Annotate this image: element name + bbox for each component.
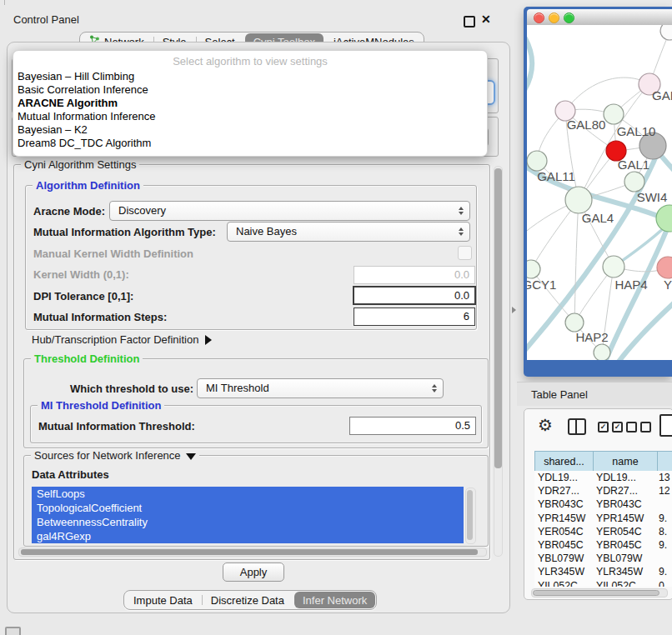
attribute-item-gal4rgexp[interactable]: gal4RGexp (32, 529, 464, 543)
cyni-algorithm-settings-title: Cyni Algorithm Settings (21, 158, 139, 171)
table-row[interactable]: YLR345WYLR345W9. (534, 565, 672, 578)
manual-kernel-width-checkbox[interactable] (458, 246, 472, 260)
which-threshold-select[interactable]: MI Threshold (197, 378, 444, 398)
close-traffic-light-icon[interactable] (534, 12, 544, 23)
tab-infer-network[interactable]: Infer Network (294, 592, 375, 608)
cell-value (657, 552, 671, 565)
select-all-icon[interactable]: ✓✓ (598, 422, 623, 432)
mi-threshold-input[interactable]: 0.5 (349, 417, 476, 435)
network-node-salmon[interactable] (657, 257, 672, 278)
mi-algorithm-type-label: Mutual Information Algorithm Type: (33, 226, 216, 238)
close-icon[interactable]: ✕ (481, 12, 491, 26)
sources-title[interactable]: Sources for Network Inference (31, 449, 199, 462)
table-row[interactable]: YIL052CYIL052C0. (534, 579, 672, 588)
cell-shared-name: YLR345W (534, 565, 593, 578)
collapsed-arrow-icon (205, 335, 212, 345)
node-label-gal11: GAL11 (537, 169, 575, 183)
which-threshold-label: Which threshold to use: (70, 382, 193, 395)
table-row[interactable]: YDR27...YDR27...12 (534, 484, 672, 498)
aracne-mode-select[interactable]: Discovery (109, 201, 470, 221)
table-hscrollbar-thumb[interactable] (533, 590, 659, 596)
cell-shared-name: YPR145W (534, 512, 593, 525)
table-row[interactable]: YBR043CYBR043C (534, 498, 672, 511)
column-header-shared-name[interactable]: shared... (535, 452, 594, 471)
attribute-item-selfloops[interactable]: SelfLoops (32, 487, 464, 501)
cell-shared-name: YER054C (534, 525, 593, 538)
table-row[interactable]: YER054CYER054C8. (534, 525, 672, 538)
combo-stepper-icon (459, 207, 464, 215)
network-node[interactable] (660, 25, 672, 40)
mi-steps-input[interactable]: 6 (354, 308, 475, 326)
split-columns-icon[interactable] (568, 418, 586, 435)
algorithm-definition-title: Algorithm Definition (33, 179, 143, 192)
node-label-swi4: SWI4 (637, 190, 668, 204)
cell-shared-name: YBR045C (534, 538, 593, 552)
zoom-traffic-light-icon[interactable] (564, 12, 574, 23)
gear-icon[interactable]: ⚙ (538, 416, 553, 434)
network-node-swi4[interactable] (624, 172, 644, 192)
node-label-hap2: HAP2 (575, 330, 608, 344)
expanded-arrow-icon (186, 453, 196, 460)
network-node-gal10[interactable] (604, 104, 624, 124)
cell-value: 0. (657, 579, 671, 588)
settings-scrollbar-thumb[interactable] (494, 168, 502, 468)
network-window-titlebar[interactable] (527, 9, 672, 26)
cell-name: YBR045C (593, 538, 657, 552)
network-node-green[interactable] (656, 205, 672, 232)
data-attributes-label: Data Attributes (32, 468, 109, 481)
table-row[interactable]: YPR145WYPR145W9. (534, 512, 672, 525)
cell-shared-name: YIL052C (534, 579, 593, 588)
network-node-gal4[interactable] (565, 187, 592, 213)
network-node-gal11[interactable] (527, 151, 547, 171)
table-row[interactable]: YBR045CYBR045C9. (534, 538, 672, 552)
node-label-y-partial: Y (664, 278, 672, 292)
dropdown-prompt: Select algorithm to view settings (13, 55, 487, 68)
settings-scrollbar[interactable] (494, 166, 503, 557)
dropdown-item-mutual-information[interactable]: Mutual Information Inference (17, 111, 484, 122)
tab-impute-data[interactable]: Impute Data (124, 591, 202, 609)
dropdown-item-basic-correlation[interactable]: Basic Correlation Inference (17, 84, 484, 96)
dropdown-item-bayesian-hill-climbing[interactable]: Bayesian – Hill Climbing (17, 71, 484, 82)
mi-algorithm-type-select[interactable]: Naive Bayes (227, 222, 470, 242)
sources-title-label: Sources for Network Inference (34, 449, 181, 462)
tab-discretize-data[interactable]: Discretize Data (202, 591, 293, 609)
settings-hscrollbar[interactable] (18, 548, 487, 557)
deselect-all-icon[interactable] (626, 422, 651, 432)
hub-definition-toggle[interactable]: Hub/Transcription Factor Definition (32, 333, 212, 346)
dpi-tolerance-input[interactable]: 0.0 (353, 286, 476, 305)
column-header-partial[interactable] (658, 452, 672, 471)
attributes-scrollbar-thumb[interactable] (467, 490, 473, 540)
network-node-bottom[interactable] (594, 344, 610, 360)
dropdown-item-bayesian-k2[interactable]: Bayesian – K2 (17, 124, 484, 136)
cell-value: 13 (657, 471, 671, 484)
hub-definition-label: Hub/Transcription Factor Definition (32, 333, 198, 346)
minimize-traffic-light-icon[interactable] (549, 12, 559, 23)
attribute-item-topologicalcoefficient[interactable]: TopologicalCoefficient (32, 501, 464, 515)
attribute-item-betweennesscentrality[interactable]: BetweennessCentrality (32, 515, 464, 529)
kernel-width-input[interactable]: 0.0 (354, 266, 475, 284)
table-hscrollbar[interactable] (531, 588, 668, 598)
table-row[interactable]: YBL079WYBL079W (534, 552, 672, 565)
cell-value: 12 (657, 484, 671, 498)
new-table-icon[interactable] (659, 414, 672, 437)
dropdown-item-aracne[interactable]: ARACNE Algorithm (17, 98, 484, 109)
column-header-name[interactable]: name (594, 452, 658, 471)
cell-value: 9. (657, 538, 671, 552)
apply-button[interactable]: Apply (223, 562, 284, 582)
cell-name: YDR27... (593, 484, 657, 498)
settings-hscrollbar-thumb[interactable] (21, 549, 478, 555)
float-window-icon[interactable] (464, 16, 475, 28)
network-node-hap4[interactable] (603, 256, 624, 278)
table-row[interactable]: YDL19...YDL19...13 (534, 471, 672, 484)
network-node-hap2[interactable] (565, 313, 584, 332)
algorithm-dropdown-popup: Select algorithm to view settings Bayesi… (13, 50, 488, 157)
network-node-gcy1[interactable] (527, 260, 540, 278)
attributes-scrollbar[interactable] (465, 488, 476, 544)
splitpane-handle-icon[interactable] (512, 307, 516, 313)
tab-discretize-data-label: Discretize Data (211, 594, 284, 607)
node-label-hap4: HAP4 (614, 278, 647, 292)
network-canvas[interactable]: GAL GAL80 GAL10 GAL1 GAL11 SWI4 GAL4 GCY… (527, 25, 672, 360)
cell-name: YIL052C (593, 579, 657, 588)
dropdown-item-dream8[interactable]: Dream8 DC_TDC Algorithm (17, 138, 484, 149)
mi-threshold-definition-title: MI Threshold Definition (38, 399, 164, 412)
